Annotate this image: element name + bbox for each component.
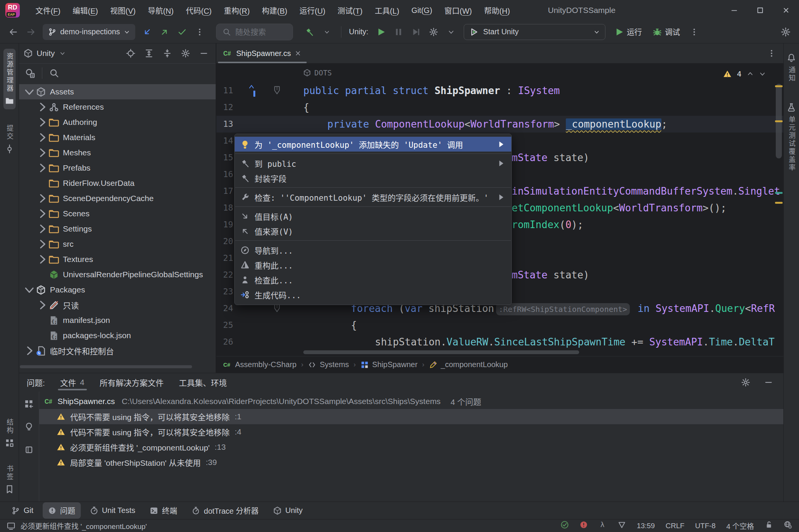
status-text[interactable]: 13:59 <box>637 522 655 530</box>
tree-chevron-icon[interactable] <box>23 84 36 99</box>
popup-item[interactable]: 封装字段 <box>235 171 511 185</box>
menu-H[interactable]: 帮助(H) <box>479 3 515 18</box>
run-widget-chevron[interactable] <box>443 24 459 40</box>
status-lambda[interactable]: λ <box>599 521 607 531</box>
tree-chevron-icon[interactable] <box>23 343 36 358</box>
explorer-options-button[interactable] <box>178 46 193 61</box>
next-warning-icon[interactable] <box>759 70 766 77</box>
push-button[interactable] <box>157 24 173 40</box>
stripe-button-资源管理器[interactable]: 资源管理器 <box>3 49 16 109</box>
search-everywhere[interactable]: 随处搜索 <box>216 24 293 40</box>
problem-row[interactable]: 局部变量 'otherShipStation' 从未使用 :39 <box>39 455 783 470</box>
tree-item-SceneDependencyCache[interactable]: SceneDependencyCache <box>19 191 216 206</box>
menu-B[interactable]: 构建(B) <box>257 3 292 18</box>
tree-chevron-icon[interactable] <box>36 206 49 221</box>
tree-item-Authoring[interactable]: Authoring <box>19 115 216 130</box>
toolwindow-button-dotTrace 分析器[interactable]: dotTrace 分析器 <box>186 502 264 519</box>
tree-item-Textures[interactable]: Textures <box>19 252 216 267</box>
git-branch-widget[interactable]: demo-inspections <box>43 24 135 40</box>
toolwindow-button-问题[interactable]: 问题 <box>43 502 81 519</box>
breadcrumb-_componentLookup[interactable]: _componentLookup <box>429 360 508 369</box>
preview-button[interactable] <box>22 443 36 457</box>
breadcrumb-Assembly-CSharp[interactable]: C#Assembly-CSharp <box>223 360 296 369</box>
breadcrumb-Systems[interactable]: Systems <box>308 360 349 369</box>
inspection-widget[interactable]: 4 <box>723 69 766 78</box>
tree-chevron-icon[interactable] <box>36 221 49 236</box>
hide-problems-button[interactable] <box>761 375 776 390</box>
menu-C[interactable]: 代码(C) <box>181 3 217 18</box>
toolwindow-button-Unit Tests[interactable]: Unit Tests <box>85 503 141 518</box>
collapse-all-button[interactable] <box>160 46 175 61</box>
problem-row[interactable]: 必须更新组件查找 '_componentLookup' :13 <box>39 439 783 455</box>
warning-stripe-mark[interactable] <box>775 120 783 122</box>
always-select-opened-file-button[interactable] <box>23 66 37 80</box>
tree-item-临时文件和控制台[interactable]: 临时文件和控制台 <box>19 343 216 358</box>
menu-G[interactable]: Git(G) <box>407 4 437 17</box>
problems-options-button[interactable] <box>738 375 753 390</box>
stripe-button-结构[interactable]: 结构 <box>3 415 16 451</box>
tab-shipspawner[interactable]: C# ShipSpawner.cs <box>216 43 308 63</box>
toolwindow-button-终端[interactable]: 终端 <box>144 502 183 519</box>
popup-item[interactable]: 到 public <box>235 156 511 171</box>
warning-stripe-mark[interactable] <box>775 85 783 87</box>
unity-step-button[interactable] <box>408 24 424 40</box>
tree-item-src[interactable]: src <box>19 236 216 252</box>
menu-U[interactable]: 运行(U) <box>295 3 330 18</box>
popup-item[interactable]: 重构此... <box>235 257 511 272</box>
tree-item-References[interactable]: References <box>19 99 216 115</box>
popup-item[interactable]: 检查此... <box>235 272 511 287</box>
toolwindow-button-Unity[interactable]: Unity <box>268 503 308 518</box>
tree-chevron-icon[interactable] <box>36 145 49 160</box>
popup-item[interactable]: 为 '_componentLookup' 添加缺失的 'Update' 调用 <box>235 137 511 152</box>
popup-item[interactable]: 生成代码... <box>235 287 511 302</box>
breadcrumb-ShipSpawner[interactable]: ShipSpawner <box>360 360 418 369</box>
code-editor[interactable]: DOTS 4 11 public partial struct ShipSpaw… <box>216 63 783 356</box>
tree-item-RiderFlow.UserData[interactable]: RiderFlow.UserData <box>19 176 216 191</box>
layout-icon[interactable] <box>7 522 15 530</box>
status-globe-gear[interactable] <box>784 521 792 531</box>
tree-item-Packages[interactable]: Packages <box>19 282 216 297</box>
tree-chevron-icon[interactable] <box>36 99 49 115</box>
forward-button[interactable] <box>23 24 39 40</box>
build-options-button[interactable] <box>319 24 335 40</box>
unity-play-button[interactable] <box>373 24 389 40</box>
problem-row[interactable]: 代码不需要 using 指令，可以将其安全地移除 :1 <box>39 409 783 424</box>
problems-file-row[interactable]: C#ShipSpawner.cs C:\Users\Alexandra.Kole… <box>39 394 783 409</box>
status-lock-open[interactable] <box>765 521 773 531</box>
popup-item[interactable]: 值目标(A) <box>235 209 511 224</box>
minimize-button[interactable] <box>721 0 747 21</box>
update-project-button[interactable] <box>139 24 155 40</box>
code-line-26[interactable]: 26 shipStation.ValueRW.SinceLastShipSpaw… <box>216 334 783 350</box>
tree-horizontal-scrollbar[interactable] <box>20 365 192 368</box>
run-more-button[interactable] <box>686 24 702 40</box>
tree-item-只读[interactable]: 只读 <box>19 297 216 313</box>
back-button[interactable] <box>5 24 21 40</box>
status-text[interactable]: UTF-8 <box>695 522 716 530</box>
tab-options-button[interactable] <box>764 46 779 61</box>
tree-item-packages-lock.json[interactable]: {;}packages-lock.json <box>19 328 216 343</box>
problems-tab-所有解决方案文件[interactable]: 所有解决方案文件 <box>100 373 164 391</box>
tree-chevron-icon[interactable] <box>36 160 49 176</box>
tree-item-Prefabs[interactable]: Prefabs <box>19 160 216 176</box>
popup-item[interactable]: 检查: ''ComponentLookup' 类型的字段必须在使用前更新。' <box>235 190 511 204</box>
editor-horizontal-scrollbar[interactable] <box>303 350 579 354</box>
tree-chevron-icon[interactable] <box>36 115 49 130</box>
menu-F[interactable]: 文件(F) <box>30 3 66 18</box>
code-line-25[interactable]: 25 { <box>216 317 783 334</box>
stripe-button-通知[interactable]: 通知 <box>785 50 797 86</box>
menu-E[interactable]: 编辑(E) <box>68 3 103 18</box>
tree-chevron-icon[interactable] <box>23 282 36 297</box>
hide-panel-button[interactable] <box>197 46 211 61</box>
locate-selection-button[interactable] <box>123 46 138 61</box>
vcs-more-button[interactable] <box>192 24 208 40</box>
tree-chevron-icon[interactable] <box>36 297 49 313</box>
close-button[interactable] <box>773 0 799 21</box>
tree-item-manifest.json[interactable]: {;}manifest.json <box>19 313 216 328</box>
group-by-button[interactable] <box>22 397 36 411</box>
stripe-button-单元测试覆盖率[interactable]: 单元测试覆盖率 <box>785 99 797 176</box>
status-nabla[interactable] <box>618 521 626 531</box>
commit-button[interactable] <box>174 24 190 40</box>
status-text[interactable]: CRLF <box>666 522 685 530</box>
tree-item-UniversalRenderPipelineGlobalSettings[interactable]: UniversalRenderPipelineGlobalSettings <box>19 267 216 282</box>
toolwindow-button-Git[interactable]: Git <box>6 503 39 518</box>
